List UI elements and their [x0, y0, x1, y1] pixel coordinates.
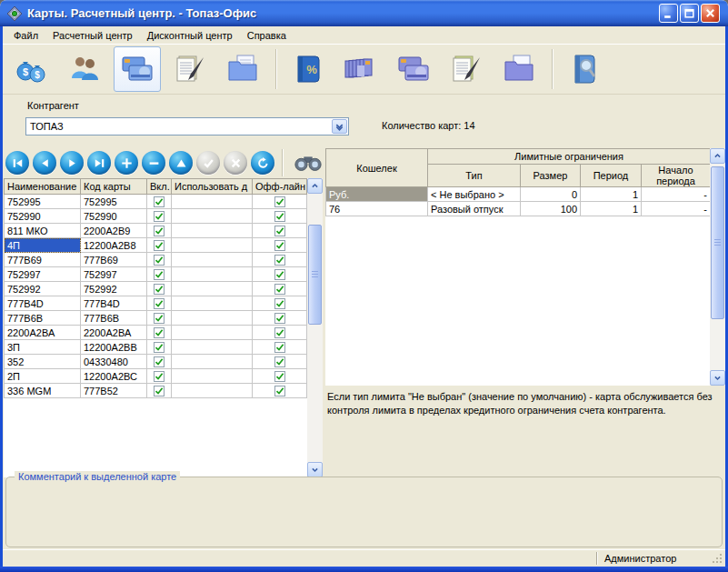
card-use-until-cell[interactable] — [172, 282, 253, 296]
contracts-button[interactable] — [166, 46, 214, 92]
card-offline-checkbox[interactable] — [253, 267, 307, 282]
scroll-thumb[interactable] — [711, 166, 724, 319]
menu-file[interactable]: Файл — [6, 28, 45, 43]
card-use-until-cell[interactable] — [172, 296, 253, 311]
card-row[interactable]: 3П12200А2ВВ — [5, 340, 307, 355]
card-use-until-cell[interactable] — [172, 224, 253, 238]
card-use-until-cell[interactable] — [172, 326, 253, 340]
card-name-cell[interactable]: 752995 — [5, 195, 81, 209]
card-offline-checkbox[interactable] — [253, 209, 307, 224]
card-code-cell[interactable]: 752997 — [81, 267, 147, 282]
card-row[interactable]: 35204330480 — [5, 355, 307, 369]
card-offline-checkbox[interactable] — [253, 355, 307, 369]
card-name-cell[interactable]: 777В6В — [5, 311, 81, 326]
card-enabled-checkbox[interactable] — [147, 326, 172, 340]
card-code-cell[interactable]: 12200А2ВВ — [81, 340, 147, 355]
card-row[interactable]: 777В69777В69 — [5, 253, 307, 267]
cards-grid-scrollbar[interactable] — [307, 178, 323, 477]
cancel-button[interactable] — [224, 151, 247, 175]
card-code-cell[interactable]: 752995 — [81, 195, 147, 209]
chevron-down-icon[interactable] — [332, 119, 347, 134]
limit-size-cell[interactable]: 100 — [521, 202, 581, 216]
card-row[interactable]: 4П12200А2В8 — [5, 238, 307, 253]
finance-button[interactable]: $ $ — [8, 46, 55, 92]
last-record-button[interactable] — [87, 151, 111, 175]
col-header-wallet[interactable]: Кошелек — [326, 149, 428, 187]
card-offline-checkbox[interactable] — [253, 369, 307, 384]
col-header-limit-type[interactable]: Тип — [428, 165, 521, 187]
card-code-cell[interactable]: 752990 — [81, 209, 147, 224]
card-offline-checkbox[interactable] — [253, 282, 307, 296]
limit-period-cell[interactable]: 1 — [581, 202, 642, 216]
card-row[interactable]: 811 МКО2200А2В9 — [5, 224, 307, 238]
discount-rates-button[interactable]: % — [284, 46, 332, 92]
cards-button[interactable] — [114, 46, 161, 92]
card-enabled-checkbox[interactable] — [147, 282, 172, 296]
card-row[interactable]: 752990752990 — [5, 209, 307, 224]
wallet-row[interactable]: Руб.< Не выбрано >01- — [326, 187, 711, 202]
col-header-limit-period[interactable]: Период — [581, 165, 642, 187]
card-code-cell[interactable]: 777В52 — [81, 384, 147, 398]
card-enabled-checkbox[interactable] — [147, 224, 172, 238]
col-header-enabled[interactable]: Вкл. — [147, 179, 172, 195]
card-offline-checkbox[interactable] — [253, 384, 307, 398]
card-offline-checkbox[interactable] — [253, 340, 307, 355]
card-name-cell[interactable]: 777В4D — [5, 296, 81, 311]
first-record-button[interactable] — [5, 151, 29, 175]
limit-type-cell[interactable]: Разовый отпуск — [428, 202, 521, 216]
card-offline-checkbox[interactable] — [253, 253, 307, 267]
scroll-thumb[interactable] — [308, 225, 322, 325]
delete-record-button[interactable] — [142, 151, 165, 175]
card-name-cell[interactable]: 4П — [5, 238, 81, 253]
card-code-cell[interactable]: 777В6В — [81, 311, 147, 326]
card-name-cell[interactable]: 352 — [5, 355, 81, 369]
card-code-cell[interactable]: 752992 — [81, 282, 147, 296]
discount-contracts-button[interactable] — [443, 46, 490, 92]
scroll-down-icon[interactable] — [307, 462, 323, 477]
resize-grip-icon[interactable] — [712, 553, 723, 565]
reference-button[interactable] — [561, 46, 608, 92]
card-name-cell[interactable]: 752992 — [5, 282, 81, 296]
scroll-up-icon[interactable] — [710, 148, 725, 164]
comment-input[interactable] — [5, 477, 723, 547]
col-header-limit-size[interactable]: Размер — [521, 165, 581, 187]
card-enabled-checkbox[interactable] — [147, 384, 172, 398]
card-enabled-checkbox[interactable] — [147, 311, 172, 326]
card-enabled-checkbox[interactable] — [147, 267, 172, 282]
card-enabled-checkbox[interactable] — [147, 253, 172, 267]
card-name-cell[interactable]: 2200А2ВА — [5, 326, 81, 340]
card-use-until-cell[interactable] — [172, 253, 253, 267]
card-code-cell[interactable]: 04330480 — [81, 355, 147, 369]
card-use-until-cell[interactable] — [172, 355, 253, 369]
col-header-name[interactable]: Наименование — [5, 179, 81, 195]
scroll-up-icon[interactable] — [307, 178, 323, 194]
wallet-name-cell[interactable]: Руб. — [326, 187, 428, 202]
card-name-cell[interactable]: 811 МКО — [5, 224, 81, 238]
wallet-name-cell[interactable]: 76 — [326, 202, 428, 216]
card-row[interactable]: 336 MGM777В52 — [5, 384, 307, 398]
card-name-cell[interactable]: 3П — [5, 340, 81, 355]
card-batch-button[interactable] — [337, 46, 384, 92]
confirm-button[interactable] — [196, 151, 220, 175]
card-name-cell[interactable]: 2П — [5, 369, 81, 384]
card-use-until-cell[interactable] — [172, 209, 253, 224]
card-code-cell[interactable]: 777В4D — [81, 296, 147, 311]
card-code-cell[interactable]: 2200А2В9 — [81, 224, 147, 238]
menu-settlement-center[interactable]: Расчетный центр — [45, 28, 140, 43]
card-code-cell[interactable]: 12200А2В8 — [81, 238, 147, 253]
limit-type-cell[interactable]: < Не выбрано > — [428, 187, 521, 202]
card-row[interactable]: 752997752997 — [5, 267, 307, 282]
card-offline-checkbox[interactable] — [253, 238, 307, 253]
col-header-period-start[interactable]: Начало периода — [642, 165, 711, 187]
menu-discount-center[interactable]: Дисконтный центр — [140, 28, 240, 43]
card-use-until-cell[interactable] — [172, 267, 253, 282]
contractor-combobox[interactable]: ТОПАЗ — [25, 117, 349, 135]
search-binoculars-button[interactable] — [291, 150, 325, 176]
card-use-until-cell[interactable] — [172, 195, 253, 209]
reports-button[interactable] — [219, 46, 266, 92]
limit-size-cell[interactable]: 0 — [521, 187, 581, 202]
limit-start-cell[interactable]: - — [642, 202, 711, 216]
contractors-button[interactable] — [61, 46, 108, 92]
card-use-until-cell[interactable] — [172, 384, 253, 398]
card-row[interactable]: 777В4D777В4D — [5, 296, 307, 311]
